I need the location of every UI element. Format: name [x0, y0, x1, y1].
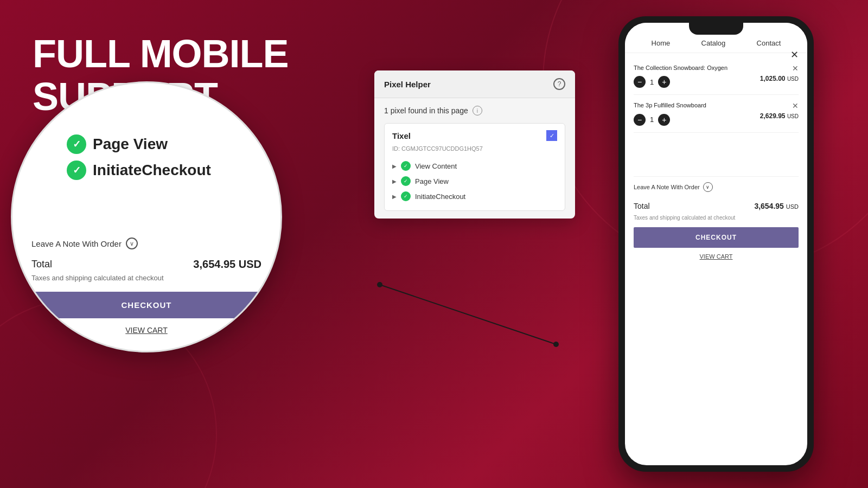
qty-value-2: 1 — [650, 115, 654, 124]
check-icon-initiatecheckout: ✓ — [67, 160, 86, 180]
arrow-icon-ic: ▶ — [392, 194, 397, 200]
circle-checkout-button[interactable]: CHECKOUT — [31, 292, 261, 318]
check-icon-ic: ✓ — [401, 191, 411, 201]
arrow-icon-pv: ▶ — [392, 178, 397, 184]
phone-total-value: 3,654.95 USD — [754, 202, 799, 210]
circle-bottom-content: Leave A Note With Order ∨ Total 3,654.95… — [12, 221, 280, 351]
svg-point-3 — [553, 342, 559, 347]
qty-value-1: 1 — [650, 78, 654, 86]
qty-decrease-1[interactable]: − — [634, 76, 646, 88]
pixel-helper-body: 1 pixel found in this page i Tixel ✓ ID:… — [374, 98, 575, 219]
circle-events: ✓ Page View ✓ InitiateCheckout — [67, 134, 211, 180]
cart-item-1: The Collection Snowboard: Oxygen − 1 + ✕… — [634, 57, 799, 95]
chevron-down-icon: ∨ — [126, 237, 138, 249]
cart-item-1-name: The Collection Snowboard: Oxygen — [634, 64, 756, 72]
qty-decrease-2[interactable]: − — [634, 114, 646, 126]
circle-tax-note: Taxes and shipping calculated at checkou… — [31, 274, 261, 282]
circle-magnified-view: ✓ Page View ✓ InitiateCheckout Leave A N… — [11, 81, 282, 352]
nav-contact[interactable]: Contact — [757, 39, 781, 47]
pixel-helper-header: Pixel Helper ? — [374, 70, 575, 98]
svg-line-0 — [380, 285, 556, 344]
check-icon-pageview: ✓ — [67, 134, 86, 154]
tixel-section: Tixel ✓ ID: CGMJGTCC97UCDDG1HQ57 ▶ ✓ Vie… — [384, 123, 565, 211]
phone-cart-body: The Collection Snowboard: Oxygen − 1 + ✕… — [625, 53, 807, 264]
nav-home[interactable]: Home — [652, 39, 671, 47]
check-icon-pv: ✓ — [401, 176, 411, 186]
phone-tax-note: Taxes and shipping calculated at checkou… — [634, 215, 799, 221]
tixel-checkbox[interactable]: ✓ — [546, 130, 557, 141]
pixel-helper-popup: Pixel Helper ? 1 pixel found in this pag… — [374, 70, 575, 219]
phone-view-cart-button[interactable]: VIEW CART — [634, 253, 799, 260]
cart-item-2-qty-control: − 1 + — [634, 114, 756, 126]
cart-item-2-price: 2,629.95 USD — [760, 112, 799, 120]
tixel-name: Tixel — [392, 131, 411, 140]
info-icon: i — [473, 106, 482, 115]
phone-total-row: Total 3,654.95 USD — [634, 197, 799, 215]
circle-event-pageview: ✓ Page View — [67, 134, 211, 154]
remove-item-2-icon[interactable]: ✕ — [792, 101, 799, 110]
remove-item-1-icon[interactable]: ✕ — [792, 64, 799, 73]
heading-line1: FULL MOBILE — [33, 33, 289, 75]
phone-order-note: Leave A Note With Order ∨ — [634, 176, 799, 197]
pixel-found-row: 1 pixel found in this page i — [384, 106, 565, 115]
nav-catalog[interactable]: Catalog — [701, 39, 726, 47]
circle-view-cart-button[interactable]: VIEW CART — [31, 326, 261, 335]
phone-mockup: Home Catalog Contact ✕ The Collection Sn… — [618, 16, 814, 472]
phone-checkout-button[interactable]: CHECKOUT — [634, 227, 799, 248]
cart-item-1-price: 1,025.00 USD — [760, 75, 799, 82]
tixel-event-pageview: ▶ ✓ Page View — [392, 174, 557, 189]
phone-screen: Home Catalog Contact ✕ The Collection Sn… — [625, 23, 807, 465]
cart-item-2-info: The 3p Fulfilled Snowboard − 1 + — [634, 101, 756, 125]
tixel-header: Tixel ✓ — [392, 130, 557, 141]
cart-item-1-right: ✕ 1,025.00 USD — [760, 64, 799, 82]
cart-close-icon[interactable]: ✕ — [790, 49, 799, 61]
cart-item-2: The 3p Fulfilled Snowboard − 1 + ✕ 2,629… — [634, 95, 799, 132]
pixel-helper-title: Pixel Helper — [384, 80, 431, 89]
tixel-event-initiatecheckout: ▶ ✓ InitiateCheckout — [392, 189, 557, 204]
arrow-icon: ▶ — [392, 163, 397, 169]
qty-increase-2[interactable]: + — [658, 114, 670, 126]
help-icon[interactable]: ? — [553, 78, 565, 90]
tixel-event-viewcontent: ▶ ✓ View Content — [392, 158, 557, 174]
circle-total-row: Total 3,654.95 USD — [31, 258, 261, 271]
circle-note: Leave A Note With Order ∨ — [31, 237, 261, 249]
check-icon-vc: ✓ — [401, 161, 411, 171]
note-chevron-icon: ∨ — [703, 182, 713, 192]
cart-item-2-right: ✕ 2,629.95 USD — [760, 101, 799, 120]
phone-notch — [689, 23, 743, 35]
cart-item-1-info: The Collection Snowboard: Oxygen − 1 + — [634, 64, 756, 88]
svg-point-2 — [377, 282, 382, 287]
qty-increase-1[interactable]: + — [658, 76, 670, 88]
cart-item-2-name: The 3p Fulfilled Snowboard — [634, 101, 756, 109]
circle-event-initiatecheckout: ✓ InitiateCheckout — [67, 160, 211, 180]
cart-item-1-qty-control: − 1 + — [634, 76, 756, 88]
tixel-id: ID: CGMJGTCC97UCDDG1HQ57 — [392, 145, 557, 152]
